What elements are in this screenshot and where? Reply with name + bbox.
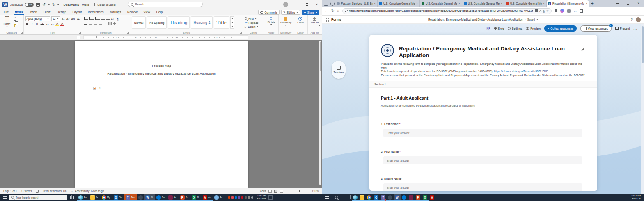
share-button[interactable]: Share	[302, 10, 319, 15]
search-icon[interactable]	[335, 196, 338, 199]
translate-icon[interactable]: a̲	[543, 9, 545, 12]
start-button[interactable]	[3, 196, 7, 199]
taskbar-app-excel[interactable]: X	[422, 194, 429, 201]
volume-icon[interactable]	[251, 196, 253, 199]
copy-icon[interactable]	[14, 20, 16, 23]
tray-icon[interactable]	[228, 196, 230, 199]
grow-font-button[interactable]: A˄	[61, 17, 65, 21]
question-2-input[interactable]	[383, 156, 582, 164]
copilot-icon[interactable]	[560, 9, 564, 13]
tab-close-icon[interactable]: ×	[501, 2, 502, 5]
tab-close-icon[interactable]: ×	[543, 2, 545, 5]
bold-button[interactable]: B	[25, 22, 29, 26]
taskbar-app-onedrive[interactable]: Do..	[155, 194, 167, 201]
tab-consulate-1[interactable]: U.S. Consulate General Melbou ×	[378, 0, 420, 7]
taskbar-app-weather[interactable]: Ra..	[213, 194, 225, 201]
read-aloud-icon[interactable]: A	[539, 9, 541, 12]
tab-forms-active[interactable]: F Repatriation / Emergency Medi ×	[547, 0, 589, 7]
close-button[interactable]: ×	[633, 0, 644, 7]
web-layout-button[interactable]	[280, 190, 283, 193]
dialog-launcher-icon[interactable]	[21, 32, 23, 34]
taskbar-app-acrobat[interactable]: A	[429, 194, 435, 201]
borders-icon[interactable]	[113, 22, 116, 25]
proofing-icon[interactable]	[36, 190, 39, 193]
restore-button[interactable]	[623, 0, 633, 7]
section-more-button[interactable]: ...	[588, 82, 592, 86]
dictate-button[interactable]: Dictate	[266, 16, 277, 25]
show-desktop-button[interactable]	[268, 195, 273, 200]
style-heading2[interactable]: Heading 2	[191, 16, 213, 29]
task-view-icon[interactable]	[70, 196, 74, 199]
horizontal-ruler[interactable]: 1 2 3 4 5 6	[83, 35, 248, 39]
view-responses-button[interactable]: View responses15	[580, 25, 612, 32]
taskbar-app-word[interactable]: WW..	[144, 194, 155, 201]
document-page[interactable]: Process Map Repatriation / Emergency Med…	[75, 41, 248, 188]
browser-profile-avatar[interactable]	[567, 9, 571, 13]
user-avatar[interactable]	[283, 2, 288, 7]
print-layout-button[interactable]	[274, 190, 277, 193]
decrease-indent-icon[interactable]	[101, 17, 105, 20]
taskbar-app-edge[interactable]	[352, 194, 359, 201]
line-spacing-icon[interactable]: ↕	[103, 21, 107, 25]
zoom-slider-thumb[interactable]	[299, 190, 300, 192]
preview-button[interactable]: Preview	[526, 27, 541, 30]
numbered-list-icon[interactable]	[89, 17, 94, 20]
taskbar-app-outlook[interactable]: O	[373, 194, 380, 201]
taskbar-clock[interactable]: 10:50 AM 6/4/2025	[257, 194, 266, 200]
addins-button[interactable]: Add-ins	[309, 16, 320, 24]
zoom-level[interactable]: 110%	[312, 190, 319, 192]
clear-formatting-button[interactable]: A̶	[76, 17, 80, 21]
style-title[interactable]: Title	[214, 16, 229, 29]
taskbar-app-excel[interactable]: XM..	[190, 194, 202, 201]
taskbar-app-word[interactable]: W	[394, 194, 401, 201]
section-header[interactable]: Section 1 ...	[369, 81, 597, 88]
align-center-icon[interactable]	[89, 22, 92, 25]
tab-review[interactable]: Review	[127, 9, 138, 15]
address-bar[interactable]: A a̲ ☆	[342, 8, 552, 14]
browser-scrollbar[interactable]	[641, 24, 644, 194]
scrollbar-thumb[interactable]	[642, 26, 644, 63]
taskbar-app-edge[interactable]: Pa..	[77, 194, 89, 201]
question-3-input[interactable]	[383, 183, 582, 191]
question-2-label[interactable]: 2. First Name*	[381, 150, 401, 153]
settings-button[interactable]: Settings	[508, 27, 522, 30]
font-size-combo[interactable]: 12	[51, 16, 60, 21]
waffle-menu-icon[interactable]	[326, 18, 327, 19]
tab-mailings[interactable]: Mailings	[109, 9, 121, 15]
comments-button[interactable]: Comments	[258, 10, 279, 15]
tab-insert[interactable]: Insert	[29, 9, 38, 15]
focus-mode-button[interactable]: Focus	[254, 190, 266, 192]
tab-passport-services[interactable]: Passport Services - U.S. Embas ×	[335, 0, 378, 7]
collapse-ribbon-button[interactable]	[319, 26, 320, 34]
chevron-down-icon[interactable]	[536, 19, 538, 20]
restore-button[interactable]	[302, 0, 312, 9]
minimize-button[interactable]	[612, 0, 623, 7]
tab-close-icon[interactable]: ×	[458, 2, 460, 5]
tab-close-icon[interactable]: ×	[374, 2, 376, 5]
scrollbar-thumb[interactable]	[320, 42, 321, 71]
tab-stop-selector[interactable]: L	[77, 36, 80, 39]
zoom-slider[interactable]	[286, 191, 309, 191]
form-description-1[interactable]: Please fill out the following form to co…	[381, 62, 587, 70]
back-icon[interactable]: ←	[325, 9, 328, 13]
form-description-2[interactable]: This form is composed of questions from …	[381, 69, 587, 73]
redo-icon[interactable]: ↻	[52, 3, 55, 7]
taskbar-app-utility[interactable]	[137, 194, 144, 201]
forms-user-avatar[interactable]	[636, 17, 641, 22]
sensitivity-button[interactable]: Sensitivity	[280, 16, 291, 26]
autosave-toggle[interactable]: Off	[25, 3, 34, 7]
find-button[interactable]: Find	[245, 16, 262, 21]
dialog-launcher-icon[interactable]	[127, 32, 129, 34]
tab-help[interactable]: Help	[156, 9, 163, 15]
url-input[interactable]	[349, 9, 533, 12]
select-label-button[interactable]: Select a Label	[97, 3, 115, 6]
font-name-combo[interactable]: Aptos (Body)	[25, 16, 50, 21]
cut-icon[interactable]: ✂	[14, 16, 16, 19]
apps-grid-icon[interactable]	[535, 9, 538, 12]
collect-responses-button[interactable]: Collect responses	[544, 25, 577, 32]
taskbar-app-utility[interactable]	[387, 194, 394, 201]
sidebar-panel-icon[interactable]	[580, 9, 583, 13]
sort-icon[interactable]: A↓	[111, 16, 115, 21]
page-count[interactable]: Page 1 of 1	[3, 190, 17, 192]
part-title[interactable]: Part 1 - Adult Applicant	[381, 96, 428, 100]
